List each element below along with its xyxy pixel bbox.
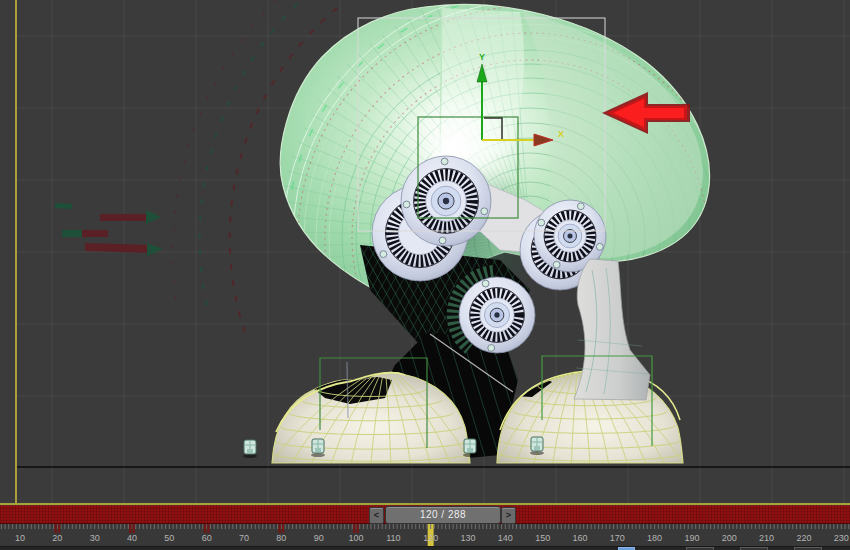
frame-counter[interactable]: 120 / 288 bbox=[385, 506, 501, 524]
svg-text:160: 160 bbox=[572, 533, 587, 543]
joint-screw bbox=[538, 219, 545, 226]
svg-text:110: 110 bbox=[386, 533, 400, 543]
next-frame-button[interactable]: > bbox=[501, 507, 516, 524]
svg-text:90: 90 bbox=[314, 533, 324, 543]
perspective-viewport[interactable]: Y X bbox=[0, 0, 850, 503]
joint-screw bbox=[488, 345, 495, 352]
svg-text:50: 50 bbox=[164, 533, 174, 543]
svg-text:100: 100 bbox=[348, 533, 363, 543]
joint-screw bbox=[380, 251, 387, 258]
joint-screw bbox=[439, 237, 446, 244]
3d-app-window: Y X < 120 / 288 > 1020304050607080901001… bbox=[0, 0, 850, 550]
svg-text:180: 180 bbox=[647, 533, 662, 543]
svg-text:200: 200 bbox=[722, 533, 737, 543]
toe-screw[interactable] bbox=[463, 439, 477, 457]
joint-screw bbox=[481, 208, 488, 215]
gizmo-x-label: X bbox=[558, 129, 564, 139]
bone-line bbox=[347, 362, 348, 418]
svg-text:10: 10 bbox=[15, 533, 25, 543]
joint-screw bbox=[553, 261, 560, 268]
viewport-active-border-left bbox=[15, 0, 17, 503]
svg-text:40: 40 bbox=[127, 533, 137, 543]
toe-screw[interactable] bbox=[311, 439, 325, 457]
toe-screw[interactable] bbox=[530, 437, 544, 455]
joint-screw bbox=[596, 243, 603, 250]
joint-screw bbox=[577, 203, 584, 210]
svg-text:130: 130 bbox=[460, 533, 475, 543]
joint-disc[interactable] bbox=[401, 156, 491, 246]
svg-text:170: 170 bbox=[610, 533, 625, 543]
svg-text:70: 70 bbox=[239, 533, 249, 543]
time-slider-ruler[interactable]: 1020304050607080901001101201301401501601… bbox=[0, 524, 850, 547]
svg-text:190: 190 bbox=[684, 533, 699, 543]
svg-text:120: 120 bbox=[423, 533, 438, 543]
svg-text:220: 220 bbox=[796, 533, 811, 543]
viewport-canvas[interactable]: Y X bbox=[0, 0, 850, 503]
svg-text:30: 30 bbox=[90, 533, 100, 543]
svg-text:20: 20 bbox=[52, 533, 62, 543]
joint-disc[interactable] bbox=[459, 277, 535, 353]
joint-screw bbox=[403, 201, 410, 208]
track-bar[interactable]: < 120 / 288 > bbox=[0, 505, 850, 524]
toe-screw[interactable] bbox=[243, 440, 257, 458]
right-leg-column[interactable] bbox=[574, 259, 650, 400]
joint-screw bbox=[441, 158, 448, 165]
gizmo-y-label: Y bbox=[479, 52, 485, 62]
previous-frame-button[interactable]: < bbox=[369, 507, 384, 524]
svg-text:140: 140 bbox=[498, 533, 513, 543]
svg-text:60: 60 bbox=[202, 533, 212, 543]
joint-screw bbox=[482, 280, 489, 287]
svg-text:230: 230 bbox=[834, 533, 849, 543]
svg-text:150: 150 bbox=[535, 533, 550, 543]
svg-text:80: 80 bbox=[276, 533, 286, 543]
svg-text:210: 210 bbox=[759, 533, 774, 543]
